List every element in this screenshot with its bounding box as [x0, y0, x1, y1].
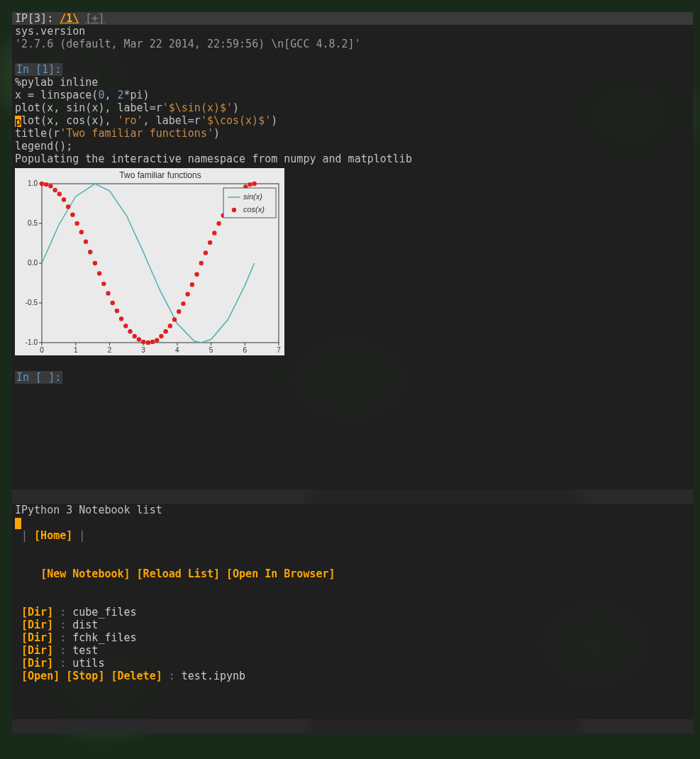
svg-point-46 — [119, 316, 123, 321]
svg-text:6: 6 — [243, 346, 248, 354]
svg-point-52 — [146, 340, 150, 345]
svg-point-54 — [155, 338, 159, 342]
svg-point-43 — [106, 291, 110, 295]
svg-text:0.0: 0.0 — [28, 259, 38, 267]
dir-row: [Dir] : cube_files — [12, 606, 693, 619]
dir-link[interactable]: [Dir] — [21, 644, 53, 657]
svg-point-66 — [208, 240, 212, 245]
code-output-line: sys.version — [12, 25, 693, 38]
svg-point-29 — [44, 182, 48, 187]
svg-point-33 — [62, 197, 66, 201]
svg-point-45 — [115, 309, 119, 313]
svg-point-67 — [212, 231, 216, 235]
svg-point-63 — [194, 272, 199, 276]
notebooklist-pane[interactable]: IPython 3 Notebook list | [Home] | [New … — [12, 504, 693, 719]
svg-point-68 — [216, 221, 221, 226]
dir-link[interactable]: [Dir] — [21, 619, 53, 631]
dir-link[interactable]: [Dir] — [21, 631, 53, 644]
blank-line-3 — [12, 542, 693, 555]
svg-point-75 — [248, 182, 252, 187]
matplotlib-plot: Two familiar functions01234567-1.0-0.50.… — [15, 168, 284, 355]
svg-point-35 — [70, 212, 74, 216]
modeline-top: 2 1 - 331 *ein: 8888/test.ipynb* ein:ml1… — [12, 489, 693, 504]
svg-text:cos(x): cos(x) — [243, 205, 265, 214]
svg-text:-1.0: -1.0 — [26, 338, 38, 346]
svg-point-53 — [150, 340, 155, 344]
dir-name[interactable]: fchk_files — [72, 631, 136, 644]
cursor-line — [12, 516, 693, 529]
svg-point-38 — [84, 240, 88, 244]
svg-point-65 — [204, 250, 208, 255]
svg-text:-0.5: -0.5 — [26, 299, 38, 306]
svg-point-50 — [137, 337, 141, 341]
svg-point-31 — [52, 188, 57, 192]
dir-row: [Dir] : fchk_files — [12, 631, 693, 644]
svg-text:sin(x): sin(x) — [243, 192, 262, 201]
breadcrumb: | [Home] | — [12, 529, 693, 542]
svg-text:1.0: 1.0 — [28, 179, 38, 187]
svg-point-55 — [159, 334, 163, 338]
svg-point-80 — [232, 208, 236, 212]
dir-name[interactable]: cube_files — [72, 606, 136, 619]
dir-row: [Dir] : test — [12, 644, 693, 657]
svg-point-57 — [168, 323, 172, 328]
tab-1[interactable]: /1\ — [60, 12, 79, 25]
cell-prompt-empty[interactable]: In [ ]: — [12, 371, 693, 384]
svg-point-40 — [93, 261, 97, 265]
modeline-bottom: 2 2 * 212 *ein:notebooklist 8888* ein:no… — [12, 719, 693, 733]
open-button[interactable]: [Open] — [21, 670, 60, 682]
svg-point-51 — [141, 340, 145, 344]
svg-text:0.5: 0.5 — [28, 219, 38, 227]
kernel-prefix: IP[3]: — [15, 12, 60, 25]
code-line-linspace[interactable]: x = linspace(0, 2*pi) — [12, 89, 693, 101]
code-line-legend[interactable]: legend(); — [12, 140, 693, 153]
stop-button[interactable]: [Stop] — [66, 670, 104, 682]
code-line-title[interactable]: title(r'Two familiar functions') — [12, 127, 693, 140]
svg-point-76 — [252, 182, 256, 186]
blank-line-4 — [12, 593, 693, 606]
blank-line-2 — [12, 358, 693, 371]
tab-add[interactable]: [+] — [85, 12, 104, 25]
svg-text:1: 1 — [74, 346, 78, 354]
svg-text:2: 2 — [108, 346, 112, 354]
svg-text:5: 5 — [209, 346, 213, 354]
dir-link[interactable]: [Dir] — [21, 606, 53, 619]
svg-point-47 — [123, 323, 128, 328]
action-row: [New Notebook] [Reload List] [Open In Br… — [12, 555, 693, 593]
notebook-name[interactable]: test.ipynb — [182, 670, 245, 682]
code-line-magic[interactable]: %pylab inline — [12, 76, 693, 89]
svg-point-34 — [66, 204, 70, 209]
dir-link[interactable]: [Dir] — [21, 657, 53, 670]
plot-svg: Two familiar functions01234567-1.0-0.50.… — [15, 168, 284, 355]
dir-row: [Dir] : utils — [12, 657, 693, 670]
version-output: '2.7.6 (default, Mar 22 2014, 22:59:56) … — [12, 38, 693, 50]
code-line-plot-sin[interactable]: plot(x, sin(x), label=r'$\sin(x)$') — [12, 101, 693, 114]
notebook-editor-pane[interactable]: IP[3]: /1\ [+] sys.version '2.7.6 (defau… — [12, 12, 693, 489]
dir-name[interactable]: utils — [72, 657, 104, 670]
blank-line — [12, 50, 693, 63]
new-notebook-button[interactable]: [New Notebook] — [40, 567, 130, 580]
svg-point-58 — [172, 317, 177, 321]
svg-point-28 — [40, 182, 44, 186]
reload-list-button[interactable]: [Reload List] — [137, 567, 220, 580]
svg-point-37 — [79, 230, 84, 234]
delete-button[interactable]: [Delete] — [111, 670, 162, 682]
svg-point-42 — [101, 282, 106, 286]
svg-point-32 — [57, 192, 62, 196]
svg-point-60 — [181, 301, 185, 306]
open-in-browser-button[interactable]: [Open In Browser] — [226, 567, 335, 580]
dir-name[interactable]: test — [72, 644, 98, 657]
dir-name[interactable]: dist — [72, 619, 98, 631]
svg-text:7: 7 — [277, 346, 281, 354]
code-line-plot-cos[interactable]: plot(x, cos(x), 'ro', label=r'$\cos(x)$'… — [12, 114, 693, 127]
notebook-row: [Open] [Stop] [Delete] : test.ipynb — [12, 670, 693, 682]
svg-point-39 — [88, 250, 92, 254]
populating-output: Populating the interactive namespace fro… — [12, 153, 693, 165]
nblist-title: IPython 3 Notebook list — [12, 504, 693, 516]
dir-row: [Dir] : dist — [12, 619, 693, 631]
svg-point-48 — [128, 329, 132, 333]
svg-point-56 — [163, 329, 167, 333]
svg-point-41 — [97, 271, 101, 275]
home-link[interactable]: [Home] — [34, 529, 72, 542]
svg-point-44 — [111, 301, 115, 305]
